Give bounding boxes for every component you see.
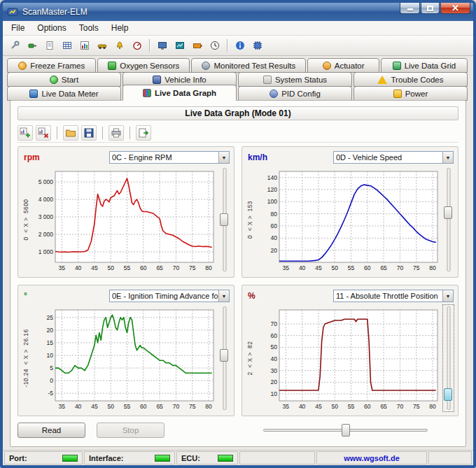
add-graph-button[interactable] [18,125,33,141]
connect-button[interactable] [24,38,40,54]
read-button[interactable]: Read [18,423,85,438]
tab-live-data-graph[interactable]: Live Data Graph [122,85,237,101]
svg-text:65: 65 [380,403,387,410]
svg-text:20: 20 [271,378,278,385]
port-label: Port: [9,454,27,462]
slider-thumb[interactable] [342,424,350,437]
pid-select-value: 0C - Engine RPM [110,153,218,162]
zoom-slider-vertical[interactable] [219,166,230,273]
chart-panel-throttle-position: % 11 - Absolute Throttle Position ▼ 2 < … [241,285,458,416]
data-grid-button[interactable] [59,38,75,54]
clock-button[interactable] [206,38,223,54]
tab-label: Actuator [335,62,365,70]
panel-title-text: Live Data Graph (Mode 01) [185,108,290,118]
tab-trouble-codes[interactable]: Trouble Codes [354,72,468,87]
print-button[interactable] [108,125,124,141]
display-button[interactable] [172,38,188,54]
zoom-slider-vertical[interactable] [443,305,454,411]
svg-text:70: 70 [397,264,404,271]
system-status-icon [263,76,272,84]
alert-bell-button[interactable] [111,38,127,54]
website-link[interactable]: www.wgsoft.de [344,454,400,462]
tab-live-data-meter[interactable]: Live Data Meter [7,86,121,101]
pid-select[interactable]: 0E - Ignition Timing Advance fo ▼ [109,290,230,302]
svg-text:15: 15 [47,339,54,346]
svg-text:55: 55 [348,403,355,410]
timeline-slider[interactable] [263,423,428,437]
slider-thumb[interactable] [220,349,228,362]
warning-triangle-icon [377,76,387,84]
tab-monitored-test-results[interactable]: Monitored Test Results [191,58,306,73]
svg-text:65: 65 [156,264,163,271]
stop-button[interactable]: Stop [97,423,164,438]
open-folder-icon [64,127,77,139]
status-website: www.wgsoft.de [316,451,427,465]
slider-thumb[interactable] [444,206,452,219]
svg-text:40: 40 [299,264,306,271]
menu-options[interactable]: Options [31,22,71,34]
menu-tools[interactable]: Tools [74,22,104,34]
svg-text:50: 50 [107,403,114,410]
minimize-icon [407,8,413,10]
tab-freeze-frames[interactable]: Freeze Frames [7,58,96,73]
info-button[interactable] [232,38,248,54]
zoom-slider-vertical[interactable] [443,166,454,273]
minimize-button[interactable] [400,3,420,14]
svg-text:120: 120 [267,186,277,193]
pid-select[interactable]: 0C - Engine RPM ▼ [109,151,230,164]
chart-header: % 11 - Absolute Throttle Position ▼ [245,288,454,304]
menu-help[interactable]: Help [106,22,134,34]
vehicle-button[interactable] [94,38,110,54]
chevron-down-icon: ▼ [442,290,453,302]
oxygen-sensors-icon [108,62,116,70]
chevron-down-icon: ▼ [442,152,453,163]
remove-graph-icon [37,127,50,139]
chart-plot: 1020304050607035404550556065707580 [254,305,441,411]
tab-start[interactable]: Start [7,72,121,87]
monitored-tests-icon [202,62,210,70]
chart-panel-engine-rpm: rpm 0C - Engine RPM ▼ 0 < X > 5600 1 000… [18,146,234,278]
save-button[interactable] [81,125,97,141]
tab-pid-config[interactable]: PID Config [238,86,352,101]
tab-oxygen-sensors[interactable]: Oxygen Sensors [97,58,190,73]
svg-text:75: 75 [413,403,420,410]
chart-body: 0 < X > 5600 1 0002 0003 0004 0005 00035… [21,166,230,273]
chart-button[interactable] [76,38,92,54]
document-button[interactable] [41,38,57,54]
svg-text:5: 5 [50,364,53,371]
maximize-button[interactable] [421,3,440,14]
info-icon [234,40,246,51]
svg-text:50: 50 [331,403,338,410]
tab-live-data-grid[interactable]: Live Data Grid [381,58,468,73]
svg-text:50: 50 [271,343,278,350]
tab-power[interactable]: Power [354,86,468,101]
remove-graph-button[interactable] [36,125,51,141]
tab-system-status[interactable]: System Status [238,72,352,87]
tab-actuator[interactable]: Actuator [307,58,379,73]
status-interface: Interface: [84,451,175,465]
svg-text:80: 80 [271,211,278,218]
window-controls: ✕ [400,3,473,14]
power-icon [393,90,402,98]
live-data-meter-icon [29,90,38,98]
close-icon: ✕ [451,3,459,13]
pid-select[interactable]: 0D - Vehicle Speed ▼ [333,151,454,164]
svg-text:50: 50 [331,264,338,271]
tab-row-bottom: Live Data Meter Live Data Graph PID Conf… [7,86,469,100]
open-button[interactable] [63,125,78,141]
svg-text:40: 40 [75,264,82,271]
battery-button[interactable] [189,38,205,54]
zoom-slider-vertical[interactable] [219,305,230,411]
slider-thumb[interactable] [220,213,228,226]
chip-button[interactable] [249,38,265,54]
tab-label: Live Data Graph [155,89,216,97]
svg-text:65: 65 [156,403,163,410]
settings-wrench-button[interactable] [6,38,22,54]
pid-select[interactable]: 11 - Absolute Throttle Position ▼ [333,290,454,302]
close-button[interactable]: ✕ [440,3,470,14]
monitor-button[interactable] [154,38,170,54]
menu-file[interactable]: File [6,22,30,34]
export-button[interactable] [136,125,151,141]
slider-thumb[interactable] [444,388,452,401]
gauge-button[interactable] [129,38,145,54]
